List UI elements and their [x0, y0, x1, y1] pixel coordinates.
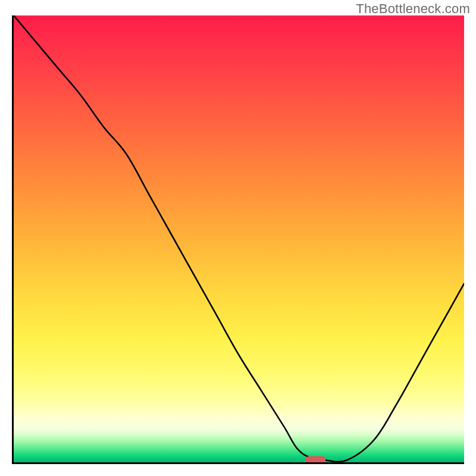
bottleneck-curve — [14, 15, 464, 462]
optimum-marker — [305, 456, 325, 464]
attribution-text: TheBottleneck.com — [356, 1, 470, 17]
chart-frame: TheBottleneck.com — [0, 0, 476, 476]
curve-layer — [14, 15, 464, 462]
plot-area — [12, 15, 464, 464]
